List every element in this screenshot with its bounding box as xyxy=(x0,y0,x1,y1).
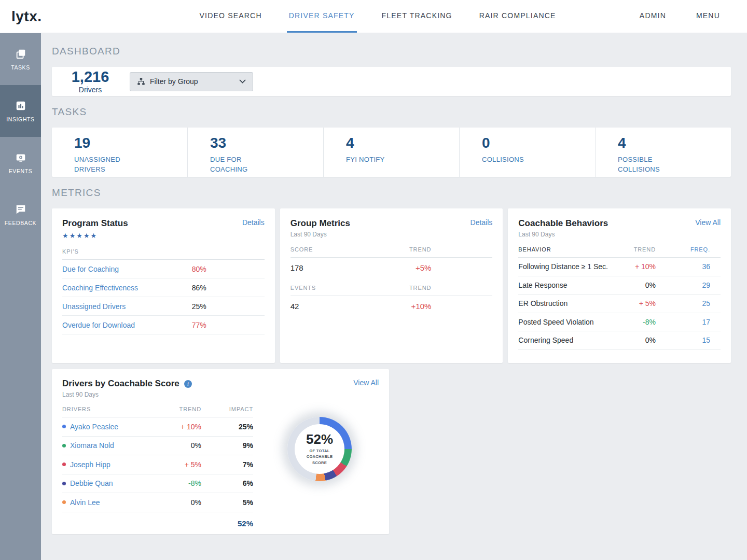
driver-link[interactable]: Joseph Hipp xyxy=(62,460,162,469)
sidebar-item-label: EVENTS xyxy=(9,168,33,174)
sidebar-item-feedback[interactable]: FEEDBACK xyxy=(0,189,41,241)
behavior-freq[interactable]: 29 xyxy=(656,281,721,289)
stat-due-for-coaching[interactable]: 33 DUE FOR COACHING xyxy=(187,128,323,177)
trend-header: TREND xyxy=(364,246,431,253)
main-content: DASHBOARD 1,216 Drivers Filter by Group … xyxy=(41,33,747,560)
kpi-link[interactable]: Unassigned Drivers xyxy=(62,302,175,311)
details-link[interactable]: Details xyxy=(471,218,493,227)
driver-color-dot xyxy=(62,482,66,485)
behavior-freq[interactable]: 15 xyxy=(656,336,721,344)
coachable-score-donut: 52% OF TOTAL COACHABLE SCORE xyxy=(287,417,352,481)
events-header: EVENTS xyxy=(290,285,364,291)
kpi-column-header: KPI'S xyxy=(62,248,265,260)
trend-header: TREND xyxy=(162,406,201,412)
trend-header: TREND xyxy=(364,285,431,291)
events-trend-value: +10% xyxy=(364,302,431,311)
sidebar-item-events[interactable]: EVENTS xyxy=(0,137,41,189)
stat-label: UNASSIGNED DRIVERS xyxy=(74,155,136,175)
kpi-value: 77% xyxy=(175,321,206,329)
top-navbar: lytx. VIDEO SEARCH DRIVER SAFETY FLEET T… xyxy=(0,0,747,33)
freq-header: FREQ. xyxy=(656,246,721,253)
insights-icon xyxy=(15,100,26,111)
kpi-link[interactable]: Coaching Effectiveness xyxy=(62,284,175,292)
driver-trend: + 5% xyxy=(162,460,201,469)
left-sidebar: TASKS INSIGHTS EVENTS FEEDBACK xyxy=(0,33,41,560)
sidebar-item-label: FEEDBACK xyxy=(5,220,36,226)
behavior-name: Posted Speed Violation xyxy=(518,318,612,326)
program-status-card: Program Status ★★★★★ Details KPI'S Due f… xyxy=(52,208,275,363)
behavior-name: ER Obstruction xyxy=(518,299,612,307)
card-title: Program Status xyxy=(62,218,128,229)
nav-fleet-tracking[interactable]: FLEET TRACKING xyxy=(380,0,454,33)
kpi-value: 86% xyxy=(175,284,206,292)
behavior-freq[interactable]: 36 xyxy=(656,262,721,271)
stat-value: 4 xyxy=(618,135,731,151)
stat-possible-collisions[interactable]: 4 POSSIBLE COLLISIONS xyxy=(595,128,731,177)
view-all-link[interactable]: View All xyxy=(695,218,721,227)
view-all-link[interactable]: View All xyxy=(353,379,379,387)
sidebar-item-label: INSIGHTS xyxy=(6,116,34,122)
kpi-link[interactable]: Overdue for Download xyxy=(62,321,175,329)
behavior-name: Late Response xyxy=(518,281,612,289)
stat-fyi-notify[interactable]: 4 FYI NOTIFY xyxy=(323,128,459,177)
sidebar-item-insights[interactable]: INSIGHTS xyxy=(0,85,41,137)
driver-link[interactable]: Debbie Quan xyxy=(62,479,162,487)
donut-chart-area: 52% OF TOTAL COACHABLE SCORE xyxy=(253,398,379,528)
stat-label: COLLISIONS xyxy=(482,155,544,165)
card-subtitle: Last 90 Days xyxy=(62,391,192,398)
behavior-name: Following Distance ≥ 1 Sec. xyxy=(518,262,612,271)
driver-link[interactable]: Alvin Lee xyxy=(62,498,162,507)
events-icon xyxy=(15,152,26,163)
driver-impact: 9% xyxy=(201,441,253,450)
nav-menu[interactable]: MENU xyxy=(694,0,722,33)
behavior-freq[interactable]: 25 xyxy=(656,299,721,307)
nav-video-search[interactable]: VIDEO SEARCH xyxy=(198,0,264,33)
sidebar-item-label: TASKS xyxy=(11,64,30,71)
driver-trend: 0% xyxy=(162,441,201,450)
driver-name: Debbie Quan xyxy=(70,479,113,487)
behavior-row: Cornering Speed 0% 15 xyxy=(518,331,721,350)
driver-link[interactable]: Ayako Peaslee xyxy=(62,423,162,431)
details-link[interactable]: Details xyxy=(242,218,265,227)
info-icon[interactable]: i xyxy=(184,380,192,388)
drivers-summary-card: 1,216 Drivers Filter by Group xyxy=(52,67,731,96)
behavior-header: BEHAVIOR xyxy=(518,246,612,253)
behavior-trend: + 10% xyxy=(612,262,656,271)
drivers-header: DRIVERS xyxy=(62,406,162,412)
nav-driver-safety[interactable]: DRIVER SAFETY xyxy=(287,0,357,33)
stat-value: 33 xyxy=(210,135,323,151)
kpi-row: Due for Coaching 80% xyxy=(62,260,265,278)
behavior-trend: 0% xyxy=(612,281,656,289)
driver-count-label: Drivers xyxy=(59,86,121,93)
star-rating: ★★★★★ xyxy=(62,232,128,240)
driver-color-dot xyxy=(62,463,66,466)
card-subtitle: Last 90 Days xyxy=(290,231,350,238)
driver-color-dot xyxy=(62,425,66,428)
card-subtitle: Last 90 Days xyxy=(518,231,608,238)
behavior-freq[interactable]: 17 xyxy=(656,318,721,326)
tasks-heading: TASKS xyxy=(52,106,731,118)
sidebar-item-tasks[interactable]: TASKS xyxy=(0,33,41,85)
driver-row: Debbie Quan -8% 6% xyxy=(62,474,253,494)
driver-name: Joseph Hipp xyxy=(70,460,110,469)
events-value: 42 xyxy=(290,302,364,311)
nav-admin[interactable]: ADMIN xyxy=(638,0,668,33)
driver-link[interactable]: Xiomara Nold xyxy=(62,441,162,450)
primary-nav: VIDEO SEARCH DRIVER SAFETY FLEET TRACKIN… xyxy=(198,0,581,33)
lytx-logo: lytx. xyxy=(11,8,42,25)
tasks-stats-card: 19 UNASSIGNED DRIVERS 33 DUE FOR COACHIN… xyxy=(52,128,731,177)
kpi-link[interactable]: Due for Coaching xyxy=(62,265,175,273)
group-metrics-card: Group Metrics Last 90 Days Details SCORE… xyxy=(280,208,503,363)
stat-label: DUE FOR COACHING xyxy=(210,155,272,175)
driver-impact: 25% xyxy=(201,423,253,431)
score-value: 178 xyxy=(290,263,364,272)
stat-unassigned-drivers[interactable]: 19 UNASSIGNED DRIVERS xyxy=(52,128,187,177)
driver-impact: 6% xyxy=(201,479,253,487)
trend-header: TREND xyxy=(612,246,656,253)
feedback-icon xyxy=(15,204,26,215)
filter-by-group-dropdown[interactable]: Filter by Group xyxy=(130,72,253,91)
stat-value: 0 xyxy=(482,135,595,151)
donut-center-label: OF TOTAL COACHABLE SCORE xyxy=(302,448,337,466)
nav-rair-compliance[interactable]: RAIR COMPLIANCE xyxy=(477,0,558,33)
stat-collisions[interactable]: 0 COLLISIONS xyxy=(459,128,595,177)
